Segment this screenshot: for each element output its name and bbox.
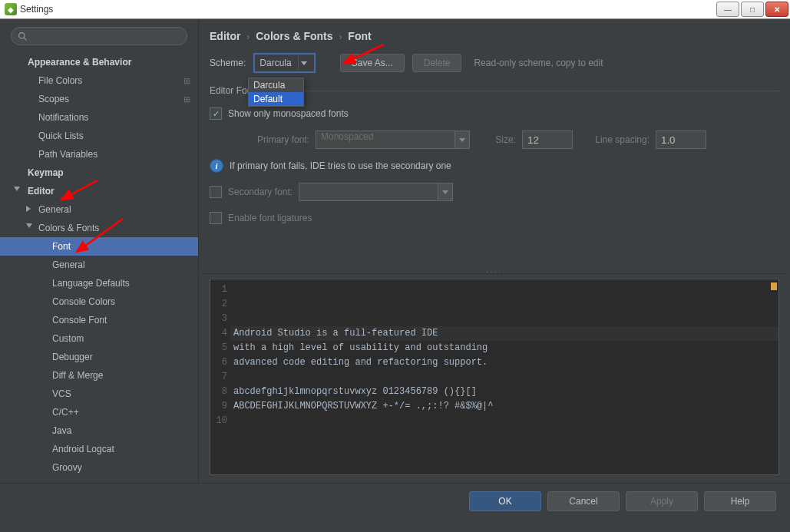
tree-item-appearance-behavior[interactable]: Appearance & Behavior	[0, 53, 198, 71]
tree-item-quick-lists[interactable]: Quick Lists	[0, 127, 198, 145]
tree-item-label: Groovy	[52, 462, 82, 473]
settings-tree: Appearance & BehaviorFile Colors⊞Scopes⊞…	[0, 50, 198, 483]
tree-item-colors-fonts[interactable]: Colors & Fonts	[0, 219, 198, 237]
scheme-select[interactable]: Darcula	[253, 53, 315, 73]
tree-item-android-logcat[interactable]: Android Logcat	[0, 440, 198, 458]
show-monospaced-checkbox[interactable]: ✓	[210, 107, 222, 120]
window-title: Settings	[20, 4, 715, 15]
tree-item-label: Colors & Fonts	[38, 223, 99, 233]
tree-item-label: Scopes	[38, 94, 69, 104]
svg-line-1	[24, 38, 26, 40]
scheme-option-darcula[interactable]: Darcula	[249, 78, 303, 92]
minimize-button[interactable]: —	[716, 2, 739, 17]
close-button[interactable]: ✕	[765, 2, 788, 17]
tree-item-console-font[interactable]: Console Font	[0, 311, 198, 329]
primary-font-label: Primary font:	[210, 134, 309, 145]
save-as-label: Save As...	[352, 58, 393, 68]
font-preview[interactable]: 12345678910 Android Studio is a full-fea…	[210, 279, 779, 475]
tree-item-keymap[interactable]: Keymap	[0, 164, 198, 182]
tree-item-custom[interactable]: Custom	[0, 329, 198, 348]
tree-item-console-colors[interactable]: Console Colors	[0, 292, 198, 311]
tree-item-notifications[interactable]: Notifications	[0, 108, 198, 127]
tree-item-diff-merge[interactable]: Diff & Merge	[0, 366, 198, 385]
tree-item-scopes[interactable]: Scopes⊞	[0, 90, 198, 108]
cancel-button[interactable]: Cancel	[547, 491, 620, 511]
panel-divider[interactable]	[202, 273, 787, 279]
tree-item-label: Keymap	[28, 167, 64, 178]
chevron-down-icon	[455, 131, 470, 149]
tree-item-label: General	[38, 204, 71, 215]
secondary-font-select[interactable]	[299, 183, 453, 201]
project-scope-icon: ⊞	[183, 76, 190, 86]
preview-line: with a high level of usability and outst…	[233, 341, 774, 355]
ok-button[interactable]: OK	[469, 491, 541, 511]
tree-item-label: Java	[52, 425, 71, 436]
tree-item-label: Android Logcat	[52, 444, 114, 454]
tree-item-general[interactable]: General	[0, 256, 198, 274]
preview-line	[233, 443, 774, 458]
delete-label: Delete	[424, 58, 451, 68]
tree-item-label: Font	[52, 241, 71, 252]
apply-label: Apply	[650, 496, 673, 507]
search-input[interactable]	[11, 27, 187, 45]
preview-line: ABCDEFGHIJKLMNOPQRSTUVWXYZ +-*/= .,;:!? …	[233, 399, 774, 414]
help-button[interactable]: Help	[704, 491, 776, 511]
tree-item-label: VCS	[52, 388, 71, 399]
size-input[interactable]	[522, 131, 573, 149]
tree-item-label: Path Variables	[38, 149, 98, 160]
crumb-sep: ›	[339, 31, 342, 42]
line-spacing-input[interactable]	[656, 131, 706, 149]
scheme-dropdown[interactable]: Darcula Default	[248, 78, 304, 107]
scheme-label: Scheme:	[210, 58, 246, 68]
tree-item-groovy[interactable]: Groovy	[0, 458, 198, 477]
tree-item-label: Console Font	[52, 315, 107, 325]
preview-line	[233, 458, 774, 472]
tree-item-editor[interactable]: Editor	[0, 182, 198, 200]
tree-item-label: Console Colors	[52, 296, 115, 307]
tree-item-label: Language Defaults	[52, 278, 130, 289]
tree-item-language-defaults[interactable]: Language Defaults	[0, 274, 198, 292]
cancel-label: Cancel	[569, 496, 597, 507]
tree-item-label: C/C++	[52, 407, 79, 418]
tree-item-label: Appearance & Behavior	[28, 57, 131, 68]
ligatures-checkbox[interactable]	[210, 212, 222, 224]
crumb-editor[interactable]: Editor	[210, 30, 240, 42]
tree-item-java[interactable]: Java	[0, 421, 198, 440]
dialog-footer: OK Cancel Apply Help	[0, 483, 790, 519]
tree-item-label: General	[52, 259, 85, 270]
chevron-down-icon	[26, 223, 32, 228]
tree-item-debugger[interactable]: Debugger	[0, 348, 198, 366]
secondary-font-label: Secondary font:	[228, 187, 293, 197]
tree-item-label: File Colors	[38, 75, 82, 86]
tree-item-general[interactable]: General	[0, 200, 198, 219]
tree-item-vcs[interactable]: VCS	[0, 385, 198, 403]
preview-code: Android Studio is a full-featured IDEwit…	[230, 279, 778, 474]
window-titlebar: ◆ Settings — □ ✕	[0, 0, 790, 19]
scheme-option-default[interactable]: Default	[249, 92, 303, 106]
preview-line: abcdefghijklmnopqrstuvwxyz 0123456789 ()…	[233, 385, 774, 399]
primary-font-select[interactable]: Monospaced	[316, 131, 470, 149]
preview-line	[233, 414, 774, 428]
help-label: Help	[731, 496, 750, 507]
secondary-font-checkbox[interactable]	[210, 186, 222, 198]
search-field[interactable]	[32, 30, 180, 42]
info-icon: i	[210, 159, 223, 173]
preview-line	[233, 428, 774, 443]
maximize-button[interactable]: □	[741, 2, 764, 17]
sidebar: Appearance & BehaviorFile Colors⊞Scopes⊞…	[0, 19, 199, 483]
crumb-colors-fonts[interactable]: Colors & Fonts	[256, 30, 332, 42]
tree-item-font[interactable]: Font	[0, 237, 198, 256]
secondary-font-info: If primary font fails, IDE tries to use …	[230, 160, 451, 171]
tree-item-file-colors[interactable]: File Colors⊞	[0, 71, 198, 90]
chevron-right-icon	[26, 206, 31, 212]
tree-item-c-c-[interactable]: C/C++	[0, 403, 198, 421]
save-as-button[interactable]: Save As...	[340, 54, 405, 72]
search-icon	[18, 31, 28, 41]
ligatures-label: Enable font ligatures	[228, 213, 312, 223]
tree-item-path-variables[interactable]: Path Variables	[0, 145, 198, 164]
show-monospaced-label: Show only monospaced fonts	[228, 108, 349, 119]
tree-item-label: Quick Lists	[38, 131, 84, 141]
preview-line: advanced code editing and refactoring su…	[233, 355, 774, 370]
svg-point-0	[19, 32, 25, 38]
delete-button: Delete	[412, 54, 462, 72]
